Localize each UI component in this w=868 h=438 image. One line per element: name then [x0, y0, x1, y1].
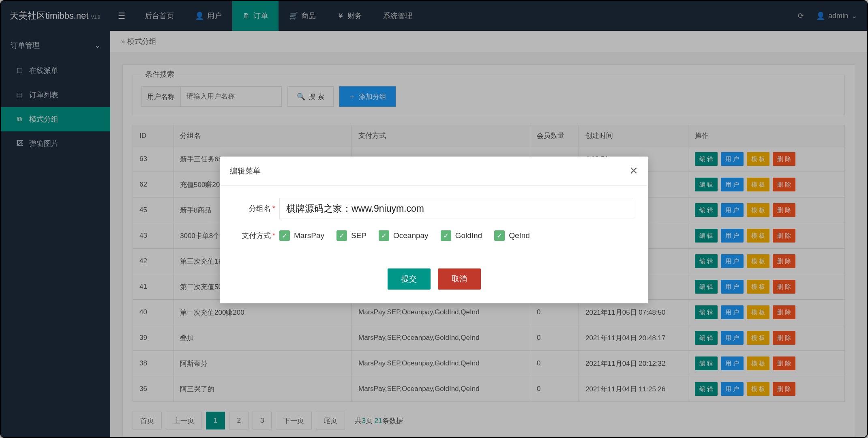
checkbox-label: QeInd: [509, 231, 530, 240]
submit-button[interactable]: 提交: [388, 268, 431, 290]
check-icon: ✓: [441, 230, 451, 241]
modal-mask[interactable]: 编辑菜单 ✕ 分组名* 支付方式* ✓MarsPay✓SEP✓Oceanpay✓…: [0, 0, 868, 438]
checkbox-label: Oceanpay: [393, 231, 429, 240]
modal-title: 编辑菜单: [230, 166, 261, 176]
modal-edit: 编辑菜单 ✕ 分组名* 支付方式* ✓MarsPay✓SEP✓Oceanpay✓…: [220, 157, 648, 303]
modal-header: 编辑菜单 ✕: [220, 157, 648, 186]
check-icon: ✓: [336, 230, 347, 241]
checkbox-qeind[interactable]: ✓QeInd: [494, 230, 530, 241]
modal-label-name: 分组名*: [235, 204, 279, 213]
checkbox-marspay[interactable]: ✓MarsPay: [279, 230, 324, 241]
checkbox-label: SEP: [351, 231, 366, 240]
checkbox-goldind[interactable]: ✓GoldInd: [441, 230, 482, 241]
cancel-button[interactable]: 取消: [438, 268, 481, 290]
checkbox-sep[interactable]: ✓SEP: [336, 230, 366, 241]
checkbox-label: MarsPay: [294, 231, 324, 240]
checkbox-label: GoldInd: [455, 231, 482, 240]
checkbox-oceanpay[interactable]: ✓Oceanpay: [379, 230, 429, 241]
modal-label-pay: 支付方式*: [235, 231, 279, 240]
check-icon: ✓: [379, 230, 389, 241]
modal-input-name[interactable]: [279, 198, 633, 219]
close-icon[interactable]: ✕: [629, 165, 638, 177]
check-icon: ✓: [494, 230, 505, 241]
check-icon: ✓: [279, 230, 290, 241]
